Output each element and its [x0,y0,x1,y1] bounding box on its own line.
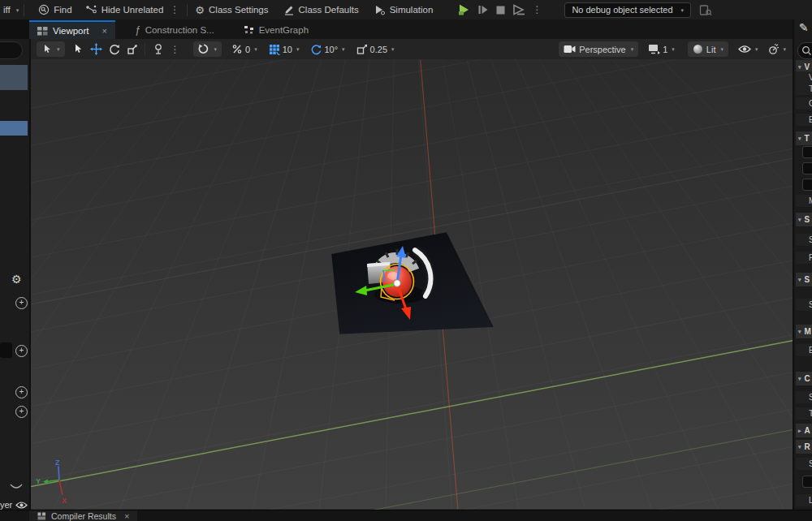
close-icon[interactable]: × [124,511,129,521]
collapse-arrow-icon[interactable]: ▾ [798,277,801,282]
component-row-selected-inactive[interactable] [0,65,28,90]
details-row-fragment[interactable]: M [796,195,812,207]
details-row-fragment[interactable]: S [796,234,812,246]
collapse-arrow-icon[interactable]: ▾ [798,329,801,334]
details-category-label: T [805,134,810,143]
layer-snap-control[interactable]: 0 ▾ [231,44,257,54]
details-category-header-fragment[interactable]: ▾S [796,213,812,226]
screen-percentage-control[interactable]: 1 ▾ [648,44,675,54]
details-row-fragment[interactable]: T [796,83,812,95]
rotation-snap-control[interactable]: 10° ▾ [310,44,344,55]
add-button-icon[interactable]: + [15,345,28,357]
collapse-arrow-icon[interactable]: ▾ [798,444,801,450]
details-row-fragment[interactable]: S [796,299,812,311]
details-row-fragment[interactable]: L [796,494,812,506]
find-icon [38,4,50,15]
simulation-button[interactable]: Simulation [374,4,434,15]
transform-tools-dropdown[interactable]: ▾ [37,41,65,57]
play-options-button[interactable]: ⋮ [532,4,542,15]
collapse-arrow-icon[interactable]: ▾ [798,376,801,381]
tab-construction-script[interactable]: ƒ Construction S... [127,20,222,39]
details-row-fragment[interactable]: V [796,71,812,84]
coordinate-system-button[interactable]: ▾ [193,41,222,57]
chevron-down-icon: ▾ [57,46,60,52]
details-category-header-fragment[interactable]: ▾M [796,325,812,338]
details-category-header-fragment[interactable]: ▾C [796,372,812,385]
simulation-icon [374,4,386,15]
debug-object-dropdown[interactable]: No debug object selected ▾ [564,2,691,18]
class-settings-label: Class Settings [209,5,269,15]
collapse-chevron-icon[interactable] [10,484,23,490]
hide-unrelated-button[interactable]: Hide Unrelated [85,4,164,15]
expand-arrow-icon[interactable]: ▸ [798,428,801,433]
viewport-3d-scene[interactable]: Z Y X [31,59,793,510]
view-mode-dropdown[interactable]: Lit ▾ [688,41,728,57]
view-settings-dropdown[interactable]: ▾ [767,44,786,55]
bottom-status-bar: Compiler Results × [0,510,812,521]
snap-options-button[interactable]: ⋮ [171,44,180,55]
details-search-input[interactable] [797,42,812,59]
details-value-field-fragment[interactable] [802,179,812,191]
tab-viewport[interactable]: Viewport × [29,20,115,39]
diff-button[interactable]: iff ▾ [3,5,19,15]
grid-snap-control[interactable]: 10 ▾ [269,44,300,55]
show-flags-dropdown[interactable]: ▾ [738,45,758,54]
details-row-fragment[interactable]: E [796,344,812,356]
component-row-selected[interactable] [0,121,28,136]
advance-button[interactable] [512,4,525,15]
surface-snap-button[interactable] [153,43,164,55]
find-button[interactable]: Find [38,4,71,15]
visibility-eye-icon[interactable] [15,501,28,510]
details-category-header-fragment[interactable]: ▾T [796,131,812,145]
details-value-field-fragment[interactable] [802,162,812,174]
hide-unrelated-options-button[interactable]: ⋮ [170,4,179,15]
details-row-fragment[interactable]: S [796,391,812,403]
class-settings-button[interactable]: ⚙ Class Settings [195,4,268,16]
bottom-bar-left-spacer [0,510,29,521]
rotate-tool-button[interactable] [109,44,120,55]
browse-debug-icon[interactable] [699,4,712,16]
collapse-arrow-icon[interactable]: ▾ [798,64,801,70]
close-icon[interactable]: × [102,26,107,36]
details-row-fragment[interactable]: E [796,114,812,126]
class-defaults-button[interactable]: Class Defaults [283,4,359,15]
field-fragment[interactable] [0,342,12,358]
details-row-fragment[interactable]: C [796,97,812,110]
details-value-field-fragment[interactable] [802,146,812,158]
collapse-arrow-icon[interactable]: ▾ [798,136,801,141]
details-row-fragment[interactable]: P [796,252,812,264]
settings-gear-icon[interactable]: ⚙ [11,273,22,286]
select-tool-button[interactable] [73,44,83,54]
pencil-icon [283,4,295,15]
tab-compiler-results[interactable]: Compiler Results × [29,510,137,521]
chevron-down-icon: ▾ [296,46,300,52]
tab-construction-label: Construction S... [145,25,214,35]
details-row-fragment[interactable]: T [796,407,812,420]
add-button-icon[interactable]: + [15,386,28,398]
components-search-input[interactable] [0,41,23,59]
details-category-header-fragment[interactable]: ▸A [796,424,812,437]
stop-button[interactable] [495,5,506,15]
scale-tool-button[interactable] [127,44,138,55]
details-category-header-fragment[interactable]: ▾S [796,273,812,286]
chevron-down-icon: ▾ [755,46,758,52]
details-row-fragment[interactable]: S [796,458,812,470]
details-value-field-fragment[interactable] [802,476,812,488]
play-button[interactable] [457,3,471,16]
chevron-down-icon: ▾ [720,46,723,52]
translate-tool-button[interactable] [90,43,102,55]
scale-snap-control[interactable]: 0.25 ▾ [356,44,395,54]
frame-skip-button[interactable] [477,4,489,15]
camera-mode-dropdown[interactable]: Perspective ▾ [559,41,638,57]
find-label: Find [54,5,71,15]
compiler-results-label: Compiler Results [51,511,116,521]
diff-label: iff [3,5,11,15]
tab-event-graph[interactable]: EventGraph [235,20,317,39]
details-row-label: T [809,409,812,418]
details-category-header-fragment[interactable]: ▾R [796,440,812,454]
details-tab-pencil-icon[interactable]: ✎ [799,21,809,34]
add-button-icon[interactable]: + [15,297,28,309]
add-button-icon[interactable]: + [15,406,28,418]
axis-z-label: Z [55,459,60,467]
collapse-arrow-icon[interactable]: ▾ [798,217,801,222]
